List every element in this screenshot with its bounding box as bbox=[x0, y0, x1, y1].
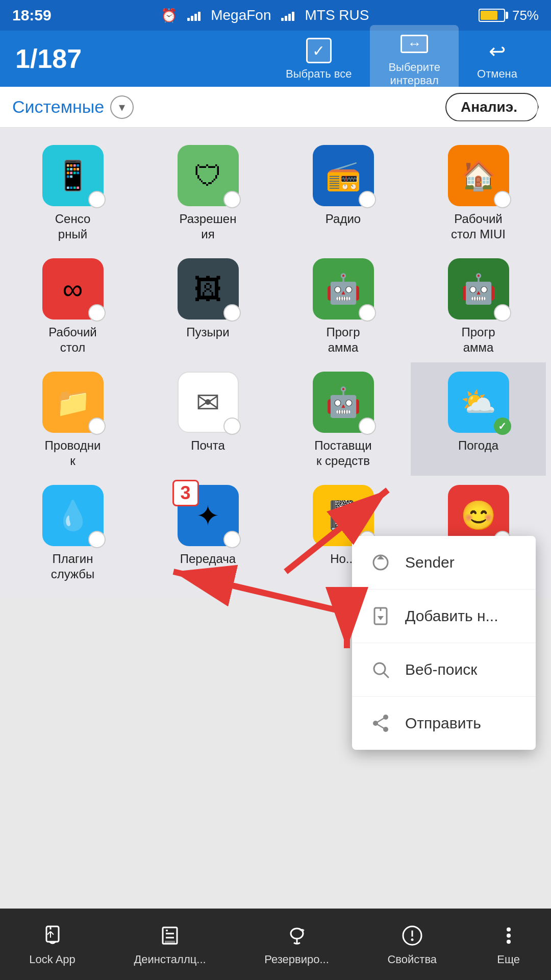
selection-counter: 1/187 bbox=[15, 43, 82, 74]
app-label: Разрешен ия bbox=[180, 211, 237, 242]
app-label: Передача по bbox=[180, 551, 236, 582]
app-icon-wrapper: 📱 bbox=[42, 145, 104, 206]
app-item[interactable]: 🛡Разрешен ия bbox=[140, 136, 276, 249]
app-label: Рабочий стол MIUI bbox=[451, 211, 506, 242]
app-item[interactable]: 📁Проводни к bbox=[5, 362, 140, 476]
app-item[interactable]: 🤖Прогр амма bbox=[411, 249, 546, 362]
svg-rect-21 bbox=[165, 941, 175, 944]
app-item[interactable]: ⛅Погода bbox=[411, 362, 546, 476]
app-icon-wrapper: 📁 bbox=[42, 372, 104, 433]
context-menu: SenderДобавить н...Веб-поискОтправить bbox=[352, 536, 536, 750]
action-bar: 1/187 Выбрать все Выберите интервал Отме… bbox=[0, 31, 551, 87]
interval-icon bbox=[400, 35, 428, 53]
cancel-label: Отмена bbox=[477, 67, 517, 81]
selection-dot bbox=[359, 191, 376, 208]
selection-dot bbox=[359, 418, 376, 435]
app-icon-wrapper: 🏠 bbox=[448, 145, 509, 206]
nav-item-backup[interactable]: Резервиро... bbox=[264, 922, 329, 966]
app-icon-wrapper: 🤖 bbox=[448, 258, 509, 320]
app-item[interactable]: 🤖Поставщи к средств bbox=[276, 362, 411, 476]
analyze-button[interactable]: Аналиэ. bbox=[445, 93, 539, 121]
app-label: Пузыри bbox=[186, 325, 229, 340]
app-label: Прогр амма bbox=[461, 325, 495, 355]
app-item[interactable]: ∞Рабочий стол bbox=[5, 249, 140, 362]
cancel-button[interactable]: Отмена bbox=[459, 32, 536, 86]
app-label: Прогр амма bbox=[326, 325, 360, 355]
selection-dot bbox=[223, 304, 241, 322]
svg-point-27 bbox=[411, 939, 413, 941]
action-buttons: Выбрать все Выберите интервал Отмена bbox=[267, 25, 536, 92]
app-item[interactable]: 💧Плагин службы bbox=[5, 476, 140, 589]
nav-label-uninstall: Деинсталлц... bbox=[134, 953, 206, 966]
menu-icon-share bbox=[368, 711, 393, 736]
selection-dot bbox=[494, 191, 511, 208]
app-icon-wrapper: 🤖 bbox=[313, 372, 374, 433]
select-all-button[interactable]: Выбрать все bbox=[267, 32, 370, 86]
nav-label-backup: Резервиро... bbox=[264, 953, 329, 966]
nav-icon-properties bbox=[399, 922, 425, 949]
nav-icon-uninstall bbox=[157, 922, 183, 949]
app-item[interactable]: 🏠Рабочий стол MIUI bbox=[411, 136, 546, 249]
menu-label-websearch: Веб-поиск bbox=[405, 661, 477, 678]
selection-dot bbox=[494, 418, 511, 435]
app-label: Поставщи к средств bbox=[314, 438, 372, 469]
nav-icon-lock bbox=[39, 922, 66, 949]
app-icon-wrapper: 💧 bbox=[42, 485, 104, 546]
svg-marker-4 bbox=[378, 616, 384, 620]
app-item[interactable]: 3✦Передача по bbox=[140, 476, 276, 589]
category-selector[interactable]: Системные ▾ bbox=[12, 95, 134, 119]
app-icon-wrapper: ∞ bbox=[42, 258, 104, 320]
app-icon-wrapper: ⛅ bbox=[448, 372, 509, 433]
context-menu-item-share[interactable]: Отправить bbox=[352, 697, 536, 750]
nav-item-more[interactable]: Еще bbox=[495, 922, 522, 966]
select-interval-button[interactable]: Выберите интервал bbox=[370, 25, 459, 92]
menu-icon-add bbox=[368, 604, 393, 628]
app-icon-wrapper: 🖼 bbox=[178, 258, 239, 320]
selection-dot bbox=[223, 418, 241, 435]
nav-item-properties[interactable]: Свойства bbox=[387, 922, 437, 966]
nav-item-uninstall[interactable]: Деинсталлц... bbox=[134, 922, 206, 966]
app-item[interactable]: 📱Сенсо рный bbox=[5, 136, 140, 249]
nav-icon-backup bbox=[284, 922, 310, 949]
app-grid: 📱Сенсо рный🛡Разрешен ия📻Радио🏠Рабочий ст… bbox=[0, 128, 551, 597]
svg-point-28 bbox=[507, 927, 511, 932]
menu-label-add: Добавить н... bbox=[405, 607, 498, 625]
svg-line-11 bbox=[375, 723, 386, 729]
svg-line-6 bbox=[384, 673, 388, 677]
app-item[interactable]: 📻Радио bbox=[276, 136, 411, 249]
context-menu-item-add[interactable]: Добавить н... bbox=[352, 590, 536, 643]
app-label: Радио bbox=[325, 211, 361, 227]
app-icon-wrapper: ✉ bbox=[178, 372, 239, 433]
menu-label-sender: Sender bbox=[405, 554, 455, 571]
context-menu-item-websearch[interactable]: Веб-поиск bbox=[352, 643, 536, 697]
svg-point-29 bbox=[507, 934, 511, 938]
app-item[interactable]: ✉Почта bbox=[140, 362, 276, 476]
alarm-icon: ⏰ bbox=[161, 8, 177, 23]
selection-dot bbox=[88, 418, 106, 435]
category-name: Системные bbox=[12, 97, 104, 117]
battery-body bbox=[479, 9, 505, 22]
status-center: ⏰ MegaFon MTS RUS bbox=[161, 7, 369, 23]
battery-indicator bbox=[479, 9, 505, 22]
context-menu-item-sender[interactable]: Sender bbox=[352, 536, 536, 590]
menu-icon-websearch bbox=[368, 657, 393, 682]
nav-icon-more bbox=[495, 922, 522, 949]
selection-dot bbox=[223, 191, 241, 208]
badge-3: 3 bbox=[172, 480, 199, 506]
nav-item-lock[interactable]: Lock App bbox=[29, 922, 76, 966]
nav-label-lock: Lock App bbox=[29, 953, 76, 966]
battery-percent: 75% bbox=[512, 8, 539, 23]
bottom-nav: Lock AppДеинсталлц...Резервиро...Свойств… bbox=[0, 909, 551, 980]
app-label: Рабочий стол bbox=[48, 325, 96, 355]
nav-label-properties: Свойства bbox=[387, 953, 437, 966]
cancel-icon bbox=[489, 38, 506, 63]
app-item[interactable]: 🖼Пузыри bbox=[140, 249, 276, 362]
dropdown-icon[interactable]: ▾ bbox=[110, 95, 134, 119]
app-label: Проводни к bbox=[45, 438, 101, 469]
select-interval-label: Выберите интервал bbox=[388, 61, 440, 87]
menu-icon-sender bbox=[368, 550, 393, 575]
signal-bars-1 bbox=[187, 10, 201, 21]
app-label: Погода bbox=[458, 438, 498, 453]
status-time: 18:59 bbox=[12, 7, 52, 24]
app-item[interactable]: 🤖Прогр амма bbox=[276, 249, 411, 362]
